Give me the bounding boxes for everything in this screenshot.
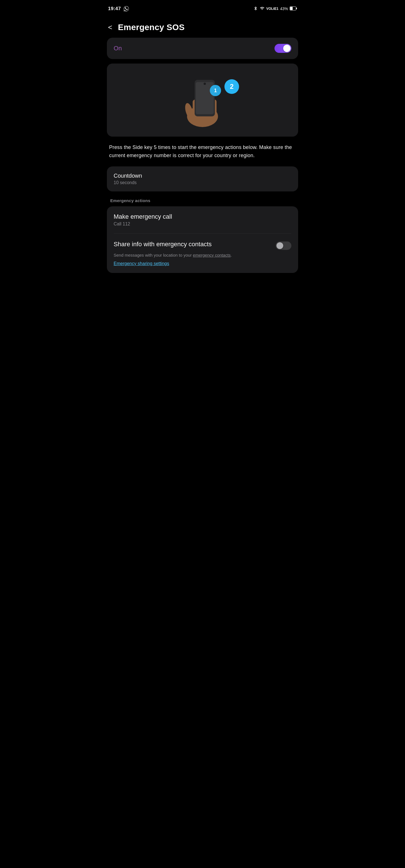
bluetooth-icon xyxy=(253,6,258,11)
emergency-call-item[interactable]: Make emergency call Call 112 xyxy=(107,206,298,233)
page-title: Emergency SOS xyxy=(118,23,184,32)
toggle-knob xyxy=(283,45,291,52)
status-left: 19:47 xyxy=(108,6,129,12)
emergency-call-subtitle: Call 112 xyxy=(114,221,291,226)
countdown-title: Countdown xyxy=(114,173,291,179)
svg-rect-10 xyxy=(196,82,214,114)
status-right: VOLtE1 43% xyxy=(253,6,297,11)
page-header: < Emergency SOS xyxy=(101,16,304,38)
countdown-card[interactable]: Countdown 10 seconds xyxy=(107,166,298,191)
battery-display: 43% xyxy=(280,6,288,11)
share-info-toggle[interactable] xyxy=(276,242,291,250)
whatsapp-icon xyxy=(123,6,129,12)
time-display: 19:47 xyxy=(108,6,121,11)
svg-text:1: 1 xyxy=(214,88,217,93)
svg-rect-1 xyxy=(290,7,293,10)
wifi-icon xyxy=(260,6,265,11)
status-bar: 19:47 VOLtE1 43% xyxy=(101,0,304,16)
main-content: On xyxy=(101,38,304,273)
countdown-value: 10 seconds xyxy=(114,180,291,185)
toggle-card[interactable]: On xyxy=(107,38,298,59)
battery-icon xyxy=(290,6,297,11)
svg-rect-2 xyxy=(296,8,297,9)
signal-icon: VOLtE1 xyxy=(266,7,279,11)
share-action-header: Share info with emergency contacts xyxy=(114,240,291,250)
emergency-sharing-settings-link[interactable]: Emergency sharing settings xyxy=(114,261,169,266)
share-info-item: Share info with emergency contacts Send … xyxy=(107,234,298,273)
svg-point-11 xyxy=(204,83,206,85)
main-toggle[interactable] xyxy=(274,44,291,53)
toggle-track xyxy=(274,44,291,53)
share-toggle-knob xyxy=(277,242,283,249)
emergency-actions-card: Make emergency call Call 112 Share info … xyxy=(107,206,298,273)
phone-hand-svg: 1 xyxy=(177,71,228,128)
emergency-call-title: Make emergency call xyxy=(114,213,291,220)
phone-illustration: 1 2 xyxy=(174,72,231,128)
share-toggle-track xyxy=(276,242,291,250)
share-info-description: Send messages with your location to your… xyxy=(114,252,291,258)
toggle-label: On xyxy=(114,45,122,52)
description-text: Press the Side key 5 times to start the … xyxy=(107,143,298,166)
section-header-emergency-actions: Emergency actions xyxy=(107,198,298,206)
illustration-card: 1 2 xyxy=(107,64,298,136)
phone-hand-container: 1 2 xyxy=(177,71,228,129)
share-info-title: Share info with emergency contacts xyxy=(114,240,276,248)
badge-2: 2 xyxy=(225,79,239,94)
back-button[interactable]: < xyxy=(106,23,114,32)
emergency-contacts-link[interactable]: emergency contacts xyxy=(193,253,231,257)
